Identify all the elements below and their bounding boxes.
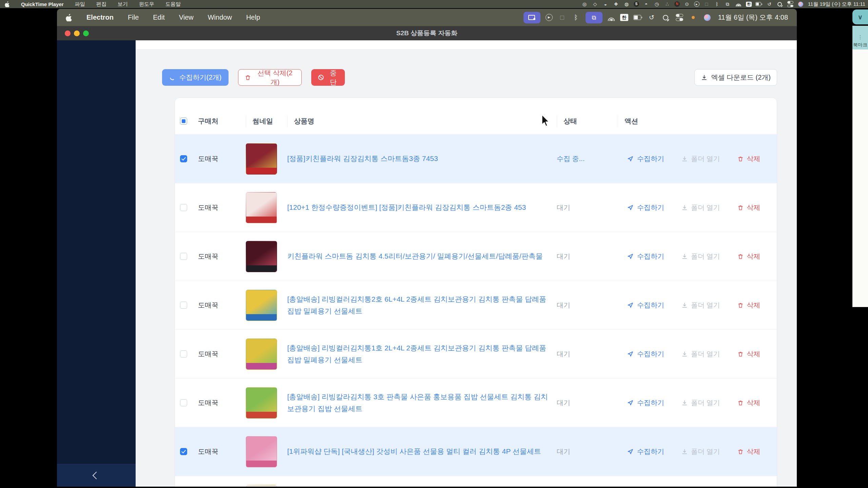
collect-button[interactable]: 수집하기(2개) [162,69,229,86]
row-checkbox[interactable] [180,448,187,455]
row-checkbox[interactable] [180,155,187,162]
rec-menu-edit[interactable]: Edit [153,14,164,21]
apple-menu-icon[interactable] [5,1,10,7]
row-open-folder-button[interactable]: 폴더 열기 [681,154,720,163]
host-app-name[interactable]: QuickTime Player [21,1,64,7]
s-badge-icon[interactable]: S [634,1,639,7]
delete-selected-button[interactable]: 선택 삭제(2개) [238,69,302,86]
copy-stack-icon[interactable]: ⧉ [724,1,731,7]
control-center-icon[interactable] [787,1,794,7]
product-name-link[interactable]: [총알배송] 리빙컬러김치통1호 2L+4L 2종세트 김치보관용기 김치통 판… [287,342,557,365]
shield-icon[interactable]: ◇ [592,1,598,7]
row-checkbox[interactable] [180,302,187,309]
globe-icon[interactable]: ◍ [623,1,630,7]
product-thumbnail[interactable] [246,290,277,321]
bluetooth-icon[interactable]: ᛒ [572,14,580,22]
control-center-icon[interactable] [675,14,684,22]
stop-button[interactable]: 중단 [311,69,345,86]
location-badge-icon[interactable]: N [674,1,680,7]
time-machine-icon[interactable]: ↺ [766,1,773,7]
row-open-folder-button[interactable]: 폴더 열기 [681,349,720,359]
row-collect-button[interactable]: 수집하기 [627,203,664,212]
product-name-link[interactable]: [총알배송] 리빙칼라김치통 3호 판촉물 사은품 홍보용품 집밥 선물세트 김… [287,391,557,414]
time-machine-icon[interactable]: ↺ [647,14,656,22]
product-name-link[interactable]: [정품]키친플라워 김장김치통 스마트돔3종 7453 [287,153,557,164]
wifi-icon[interactable] [735,1,742,7]
product-thumbnail[interactable] [246,241,277,272]
row-checkbox[interactable] [180,399,187,406]
row-delete-button[interactable]: 삭제 [737,349,761,359]
product-thumbnail[interactable] [246,485,277,487]
select-all-checkbox[interactable] [180,118,187,125]
search-icon[interactable] [776,1,783,7]
row-delete-button[interactable]: 삭제 [737,252,761,261]
row-checkbox[interactable] [180,204,187,211]
recording-dot[interactable] [689,14,698,22]
window-title-bar[interactable]: S2B 상품등록 자동화 [57,26,797,40]
rec-menu-help[interactable]: Help [246,14,260,21]
minimize-window-button[interactable] [74,30,80,36]
row-delete-button[interactable]: 삭제 [737,154,761,163]
rec-menu-file[interactable]: File [128,14,139,21]
profile-icon[interactable] [797,1,804,7]
product-name-link[interactable]: [120+1 한정수량증정이벤트] [정품]키친플라워 김장김치통 스마트돔2종… [287,202,557,213]
play-circle-icon[interactable]: ▶ [694,1,699,7]
bookmark-panel-collapse-button[interactable]: ∨ [852,9,868,24]
zoom-window-button[interactable] [83,30,89,36]
row-delete-button[interactable]: 삭제 [737,447,761,456]
bookmark-panel[interactable]: 북마크 [852,26,868,49]
search-icon[interactable] [661,14,670,22]
row-collect-button[interactable]: 수집하기 [627,252,664,261]
host-menu-file[interactable]: 파일 [75,1,85,7]
product-thumbnail[interactable] [246,436,277,467]
battery-icon[interactable] [633,14,642,22]
airplay-audio-icon[interactable]: ⊙ [684,1,690,7]
host-menu-help[interactable]: 도움말 [165,1,181,7]
copy-stack-button[interactable]: ⧉ [586,12,603,23]
row-collect-button[interactable]: 수집하기 [627,154,664,163]
screen-mirroring-icon[interactable]: □ [703,1,710,7]
jar-icon[interactable]: ◓ [643,1,650,7]
bluetooth-icon[interactable]: ᛒ [714,1,721,7]
row-checkbox[interactable] [180,350,187,358]
row-open-folder-button[interactable]: 폴더 열기 [681,398,720,407]
diamond-icon[interactable]: ❖ [613,1,619,7]
product-thumbnail[interactable] [246,339,277,370]
clock-icon[interactable]: ◷ [653,1,660,7]
row-collect-button[interactable]: 수집하기 [627,447,664,456]
collapse-sidebar-button[interactable] [57,464,136,487]
product-name-link[interactable]: 키친플라워 스마트돔 김치통 4.5리터/보관용기/ 밀폐용기/선물세트/답례품… [287,250,557,262]
rec-menu-window[interactable]: Window [208,14,232,21]
recorded-app-name[interactable]: Electron [86,14,114,21]
row-collect-button[interactable]: 수집하기 [627,398,664,407]
mouse-icon[interactable]: ◒ [602,1,609,7]
row-collect-button[interactable]: 수집하기 [627,301,664,310]
apple-menu-icon[interactable] [66,14,72,21]
profile-icon[interactable] [703,14,712,22]
row-delete-button[interactable]: 삭제 [737,398,761,407]
people-icon[interactable]: ∴ [664,1,671,7]
row-checkbox[interactable] [180,253,187,260]
recorded-clock[interactable]: 11월 6일 (목) 오후 4:08 [718,13,788,22]
product-name-link[interactable]: [총알배송] 리빙컬러김치통2호 6L+4L 2종세트 김치보관용기 김치통 판… [287,293,557,317]
product-thumbnail[interactable] [246,387,277,419]
product-thumbnail[interactable] [246,143,277,175]
host-menu-window[interactable]: 윈도우 [139,1,154,7]
product-thumbnail[interactable] [246,192,277,223]
play-circle-icon[interactable]: ▶ [546,14,553,21]
host-menu-edit[interactable]: 편집 [96,1,106,7]
row-open-folder-button[interactable]: 폴더 열기 [681,447,720,456]
excel-download-button[interactable]: 엑셀 다운로드 (2개) [694,69,777,86]
row-delete-button[interactable]: 삭제 [737,203,761,212]
close-window-button[interactable] [65,30,71,36]
product-name-link[interactable]: [1위파워샵 단독] [국내생산] 갓성비 사은품 선물용 멀티 컬러 김치통 … [287,446,557,457]
battery-icon[interactable] [755,1,762,7]
screen-mirroring-icon[interactable]: □ [558,14,567,22]
row-collect-button[interactable]: 수집하기 [627,349,664,359]
wifi-icon[interactable] [608,14,615,22]
row-open-folder-button[interactable]: 폴더 열기 [681,203,720,212]
row-delete-button[interactable]: 삭제 [737,301,761,310]
screen-sharing-button[interactable] [524,12,540,23]
korean-input-icon[interactable]: 한 [620,14,628,21]
ring-icon[interactable]: ◎ [581,1,588,7]
